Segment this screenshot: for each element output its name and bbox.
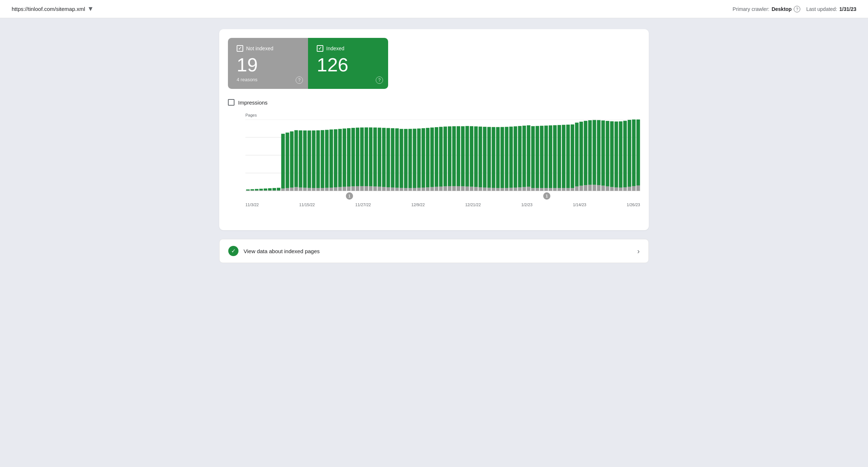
svg-rect-85 (413, 188, 417, 191)
svg-rect-30 (290, 132, 293, 188)
y-axis-label: Pages (245, 113, 640, 117)
svg-rect-180 (619, 121, 623, 188)
not-indexed-tile[interactable]: Not indexed 19 4 reasons ? (228, 38, 308, 89)
svg-rect-89 (422, 188, 425, 191)
svg-rect-143 (540, 188, 544, 191)
sitemap-selector[interactable]: https://tinloof.com/sitemap.xml ▼ (12, 5, 94, 13)
svg-rect-160 (575, 123, 579, 187)
svg-rect-9 (246, 191, 250, 191)
x-label-5: 1/2/23 (521, 203, 533, 207)
main-content: Not indexed 19 4 reasons ? Indexed 126 ?… (0, 18, 868, 274)
primary-crawler-label: Primary crawler: (733, 6, 769, 12)
svg-rect-76 (391, 128, 394, 188)
svg-rect-20 (268, 188, 272, 191)
svg-rect-183 (628, 187, 631, 191)
svg-rect-129 (509, 188, 513, 191)
svg-rect-37 (308, 188, 311, 191)
svg-rect-38 (308, 130, 311, 188)
dropdown-arrow-icon[interactable]: ▼ (87, 5, 94, 13)
svg-rect-151 (557, 188, 561, 191)
chart-svg: 150 100 50 0 (245, 119, 640, 200)
indexed-header: Indexed (317, 45, 378, 52)
svg-rect-82 (404, 129, 408, 188)
event-markers[interactable]: 1 1 (346, 192, 551, 200)
svg-rect-187 (636, 185, 640, 191)
indexed-help-icon[interactable]: ? (376, 76, 383, 84)
svg-rect-100 (443, 127, 447, 187)
svg-rect-163 (584, 185, 587, 191)
svg-rect-91 (426, 187, 430, 191)
impressions-checkbox[interactable] (228, 99, 234, 106)
svg-rect-158 (571, 125, 574, 188)
svg-rect-174 (606, 121, 609, 187)
svg-rect-171 (601, 186, 605, 191)
svg-rect-177 (615, 188, 618, 191)
svg-rect-22 (272, 188, 276, 191)
svg-rect-124 (496, 127, 500, 188)
svg-rect-19 (268, 191, 272, 191)
x-label-6: 1/14/23 (573, 203, 586, 207)
svg-rect-58 (351, 128, 355, 186)
x-label-4: 12/21/22 (465, 203, 481, 207)
svg-rect-104 (452, 126, 456, 186)
svg-rect-167 (592, 185, 596, 191)
svg-rect-15 (259, 191, 263, 191)
svg-rect-47 (330, 188, 333, 191)
svg-rect-87 (417, 188, 421, 191)
svg-rect-142 (536, 126, 539, 188)
svg-rect-86 (413, 129, 417, 188)
svg-rect-75 (391, 188, 394, 191)
not-indexed-header: Not indexed (237, 45, 298, 52)
svg-rect-25 (281, 189, 285, 191)
svg-rect-150 (553, 125, 557, 188)
x-label-3: 12/9/22 (411, 203, 425, 207)
indexed-label: Indexed (326, 46, 344, 51)
not-indexed-help-icon[interactable]: ? (296, 76, 303, 84)
svg-rect-79 (400, 188, 403, 191)
svg-rect-119 (487, 188, 491, 191)
svg-rect-62 (360, 127, 364, 186)
svg-rect-16 (259, 189, 263, 191)
svg-rect-118 (483, 127, 486, 188)
not-indexed-subtitle: 4 reasons (237, 77, 298, 82)
svg-rect-12 (250, 189, 254, 191)
svg-rect-96 (435, 127, 438, 187)
view-data-card[interactable]: ✓ View data about indexed pages › (219, 239, 649, 263)
svg-rect-105 (457, 186, 460, 191)
svg-rect-159 (575, 187, 579, 191)
svg-rect-61 (360, 186, 364, 191)
svg-rect-136 (522, 126, 526, 187)
crawler-help-icon[interactable]: ? (794, 6, 800, 12)
svg-rect-168 (592, 120, 596, 185)
svg-rect-123 (496, 188, 500, 191)
svg-rect-114 (474, 126, 478, 187)
svg-rect-83 (409, 188, 412, 191)
svg-rect-115 (478, 187, 482, 191)
svg-rect-139 (531, 188, 535, 191)
svg-rect-11 (250, 191, 254, 191)
svg-rect-181 (623, 187, 627, 191)
svg-rect-153 (562, 188, 565, 191)
svg-rect-107 (461, 187, 465, 191)
svg-rect-182 (623, 121, 627, 188)
svg-rect-164 (584, 121, 587, 185)
chart-container: 150 100 50 0 (245, 119, 640, 200)
svg-rect-185 (632, 186, 636, 191)
svg-rect-166 (588, 120, 592, 185)
svg-rect-131 (514, 188, 517, 191)
indexed-tile[interactable]: Indexed 126 ? (308, 38, 388, 89)
svg-rect-133 (518, 187, 522, 191)
svg-rect-116 (478, 127, 482, 188)
svg-rect-155 (566, 188, 570, 191)
green-check-circle-icon: ✓ (228, 246, 238, 256)
svg-rect-188 (636, 119, 640, 185)
svg-rect-99 (443, 187, 447, 191)
svg-rect-34 (299, 130, 303, 188)
svg-rect-126 (501, 127, 504, 188)
svg-rect-29 (290, 188, 293, 191)
meta-info: Primary crawler: Desktop ? Last updated:… (733, 6, 856, 12)
svg-rect-147 (549, 188, 552, 191)
svg-rect-64 (364, 127, 368, 186)
event-circle-1-label: 1 (348, 194, 351, 198)
svg-rect-113 (474, 187, 478, 191)
